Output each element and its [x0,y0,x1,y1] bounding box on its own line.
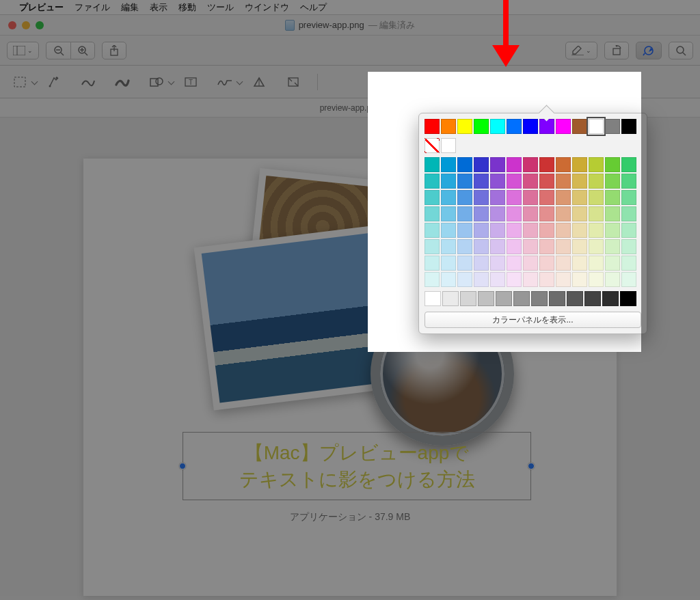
grid-swatch[interactable] [556,256,571,271]
primary-swatch[interactable] [589,119,604,134]
primary-swatch[interactable] [507,119,522,134]
grid-swatch[interactable] [507,190,522,205]
search-button[interactable] [669,42,693,59]
grid-swatch[interactable] [457,174,472,189]
sketch-button[interactable] [78,73,98,91]
gray-swatch[interactable] [602,291,619,306]
gray-swatch[interactable] [496,291,512,306]
grid-swatch[interactable] [539,190,554,205]
grid-swatch[interactable] [490,239,505,254]
grid-swatch[interactable] [507,223,522,238]
markup-mode-button[interactable] [636,42,662,59]
primary-swatch[interactable] [572,119,587,134]
grid-swatch[interactable] [556,174,571,189]
grid-swatch[interactable] [441,272,456,287]
minimize-window-button[interactable] [22,21,30,29]
grid-swatch[interactable] [523,272,538,287]
grid-swatch[interactable] [457,239,472,254]
text-button[interactable]: T [180,73,201,91]
gray-swatch[interactable] [425,291,441,306]
grid-swatch[interactable] [589,239,604,254]
grid-swatch[interactable] [589,256,604,271]
grid-swatch[interactable] [589,223,604,238]
grid-swatch[interactable] [490,174,505,189]
grid-swatch[interactable] [425,272,440,287]
grid-swatch[interactable] [539,157,554,172]
zoom-out-button[interactable] [46,42,70,59]
grid-swatch[interactable] [441,223,456,238]
grid-swatch[interactable] [425,256,440,271]
menu-window[interactable]: ウインドウ [245,1,289,14]
gray-swatch[interactable] [584,291,601,306]
grid-swatch[interactable] [425,206,440,221]
grid-swatch[interactable] [507,256,522,271]
grid-swatch[interactable] [490,223,505,238]
adjust-size-button[interactable] [283,73,304,91]
grid-swatch[interactable] [474,206,489,221]
grid-swatch[interactable] [507,157,522,172]
zoom-window-button[interactable] [36,21,44,29]
grid-swatch[interactable] [441,190,456,205]
grid-swatch[interactable] [507,206,522,221]
grid-swatch[interactable] [474,190,489,205]
grid-swatch[interactable] [457,206,472,221]
draw-button[interactable] [112,73,133,91]
grid-swatch[interactable] [539,206,554,221]
grid-swatch[interactable] [457,256,472,271]
gray-swatch[interactable] [460,291,476,306]
grid-swatch[interactable] [441,157,456,172]
text-annotation-selected[interactable]: 【Mac】プレビューappでテキストに影をつける方法 [183,432,531,500]
grid-swatch[interactable] [572,223,587,238]
grid-swatch[interactable] [621,190,636,205]
grid-swatch[interactable] [523,157,538,172]
gray-swatch[interactable] [549,291,565,306]
primary-swatch[interactable] [474,119,489,134]
grid-swatch[interactable] [589,206,604,221]
show-color-panel-button[interactable]: カラーパネルを表示... [425,312,641,328]
primary-swatch[interactable] [621,119,636,134]
grid-swatch[interactable] [556,190,571,205]
menu-go[interactable]: 移動 [178,1,196,14]
grid-swatch[interactable] [425,190,440,205]
grid-swatch[interactable] [621,272,636,287]
grid-swatch[interactable] [539,223,554,238]
grid-swatch[interactable] [441,174,456,189]
gray-swatch[interactable] [531,291,548,306]
highlight-button[interactable]: ⌄ [565,42,597,59]
instant-alpha-button[interactable] [44,73,64,91]
grid-swatch[interactable] [539,239,554,254]
grid-swatch[interactable] [621,239,636,254]
grid-swatch[interactable] [589,174,604,189]
grid-swatch[interactable] [474,256,489,271]
grid-swatch[interactable] [425,223,440,238]
menu-edit[interactable]: 編集 [121,1,139,14]
grid-swatch[interactable] [572,206,587,221]
grid-swatch[interactable] [539,272,554,287]
grid-swatch[interactable] [539,174,554,189]
grid-swatch[interactable] [507,174,522,189]
grid-swatch[interactable] [523,174,538,189]
grid-swatch[interactable] [474,174,489,189]
menu-file[interactable]: ファイル [75,1,110,14]
grid-swatch[interactable] [507,272,522,287]
grid-swatch[interactable] [621,157,636,172]
grid-swatch[interactable] [556,206,571,221]
gray-swatch[interactable] [513,291,530,306]
grid-swatch[interactable] [425,174,440,189]
grid-swatch[interactable] [441,239,456,254]
gray-swatch[interactable] [620,291,636,306]
selection-handle-left[interactable] [179,463,186,469]
grid-swatch[interactable] [457,272,472,287]
rotate-button[interactable] [604,42,629,59]
no-fill-swatch[interactable] [425,138,440,153]
grid-swatch[interactable] [572,190,587,205]
primary-swatch[interactable] [605,119,620,134]
grid-swatch[interactable] [589,272,604,287]
grid-swatch[interactable] [605,239,620,254]
grid-swatch[interactable] [457,157,472,172]
grid-swatch[interactable] [605,256,620,271]
grid-swatch[interactable] [572,272,587,287]
grid-swatch[interactable] [539,256,554,271]
adjust-color-button[interactable] [249,73,269,91]
grid-swatch[interactable] [441,206,456,221]
